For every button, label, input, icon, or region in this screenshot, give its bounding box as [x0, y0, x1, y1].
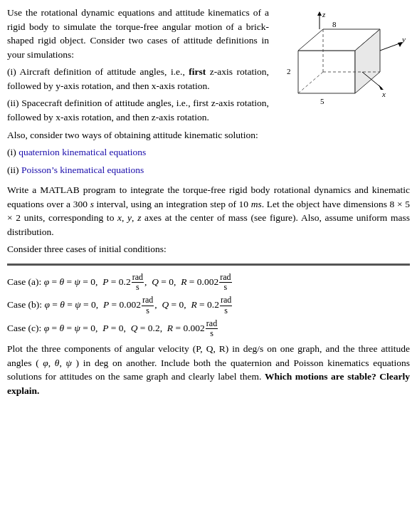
case-i-paragraph: (i) Aircraft definition of attitude angl…	[7, 65, 269, 93]
dim-2-label: 2	[287, 67, 291, 75]
case-i-label: (i)	[7, 66, 20, 77]
x-axis-label: x	[381, 90, 386, 98]
svg-line-8	[380, 43, 401, 51]
brick-svg: z y x 8 5 2	[277, 11, 408, 118]
also-paragraph: Also, consider two ways of obtaining att…	[7, 128, 269, 142]
quat-paragraph: (i) quaternion kinematical equations	[7, 145, 269, 160]
top-section: Use the rotational dynamic equations and…	[7, 6, 410, 180]
cases-section: Case (a): φ = θ = ψ = 0, P = 0.2rads, Q …	[7, 273, 410, 397]
z-axis-label: z	[322, 11, 326, 19]
dim-8-label: 8	[332, 20, 337, 28]
case-ii-label: (ii)	[7, 98, 21, 108]
3d-diagram: z y x 8 5 2	[275, 6, 410, 180]
page: Use the rotational dynamic equations and…	[0, 0, 417, 532]
svg-marker-11	[379, 85, 384, 90]
quat-label: (i)	[7, 147, 19, 157]
y-axis-label: y	[401, 35, 406, 43]
case-ii-text: Spacecraft definition of attitude angles…	[7, 98, 269, 122]
case-c-paragraph: Case (c): φ = θ = ψ = 0, P = 0, Q = 0.2,…	[7, 319, 410, 338]
dim-5-label: 5	[320, 97, 324, 105]
case-b-paragraph: Case (b): φ = θ = ψ = 0, P = 0.002rads, …	[7, 296, 410, 315]
text-left: Use the rotational dynamic equations and…	[7, 6, 275, 180]
matlab-paragraph: Write a MATLAB program to integrate the …	[7, 183, 410, 239]
poisson-text[interactable]: Poisson’s kinematical equations	[21, 165, 144, 175]
quat-text[interactable]: quaternion kinematical equations	[19, 147, 146, 157]
svg-marker-7	[317, 11, 322, 16]
intro-paragraph: Use the rotational dynamic equations and…	[7, 6, 269, 61]
consider-paragraph: Consider three cases of initial conditio…	[7, 242, 410, 256]
case-i-text: Aircraft definition of attitude angles, …	[7, 66, 269, 91]
poisson-paragraph: (ii) Poisson’s kinematical equations	[7, 163, 269, 177]
case-a-paragraph: Case (a): φ = θ = ψ = 0, P = 0.2rads, Q …	[7, 273, 410, 292]
plot-paragraph: Plot the three components of angular vel…	[7, 342, 410, 397]
svg-marker-0	[298, 51, 355, 93]
case-ii-paragraph: (ii) Spacecraft definition of attitude a…	[7, 96, 269, 124]
horizontal-divider	[7, 264, 410, 266]
poisson-label: (ii)	[7, 165, 21, 175]
